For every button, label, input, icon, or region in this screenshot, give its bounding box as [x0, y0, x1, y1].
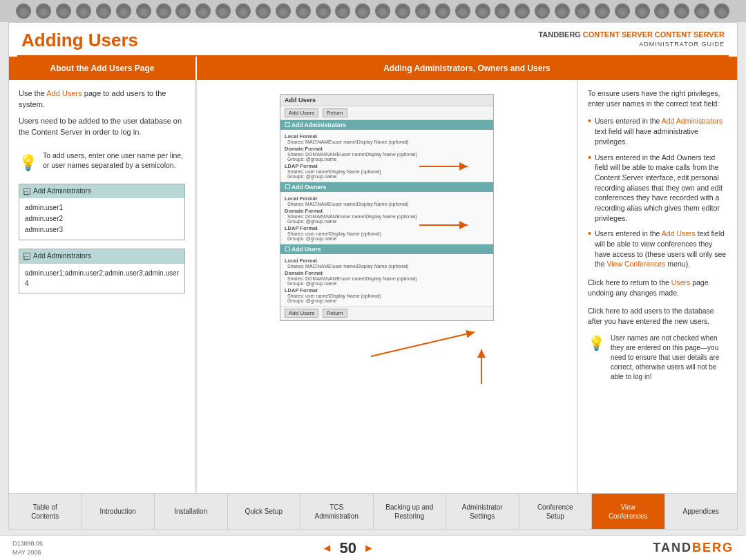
add-administrators-content: admin.user1admin.user2admin.user3	[19, 198, 184, 240]
add-administrators-link[interactable]: Add Administrators	[662, 117, 723, 125]
spiral-hole	[195, 3, 211, 19]
doc-number: D13898.06	[12, 540, 43, 547]
spiral-hole	[175, 3, 191, 19]
main-content: Adding Users TANDBERG CONTENT SERVER CON…	[8, 22, 738, 530]
nav-installation[interactable]: Installation	[155, 494, 228, 529]
footer: D13898.06 MAY 2008 ◄ 50 ► TANDBERG	[0, 535, 746, 560]
prev-page-arrow[interactable]: ◄	[322, 542, 333, 554]
page-title: Adding Users	[21, 30, 138, 51]
spiral-hole	[395, 3, 410, 19]
spiral-hole	[76, 3, 91, 19]
bullet-owners: • Users entered in the Add Owners text f…	[588, 153, 727, 224]
spiral-hole	[455, 3, 470, 19]
brand-main: TAND	[653, 541, 692, 554]
bullet-admins: • Users entered in the Add Administrator…	[588, 116, 727, 146]
intro-paragraph: Use the Add Users page to add users to t…	[19, 88, 185, 110]
ss-add-administrators: ☐ Add Administrators	[280, 120, 493, 130]
spiral-hole	[136, 3, 151, 19]
header: Adding Users TANDBERG CONTENT SERVER CON…	[9, 23, 737, 55]
add-users-link-right[interactable]: Add Users	[662, 229, 696, 238]
spiral-hole	[555, 3, 570, 19]
add-instructions: Click here to add users to the database …	[588, 306, 727, 327]
spiral-hole	[654, 3, 669, 19]
bullet-users: • Users entered in the Add Users text fi…	[588, 229, 727, 269]
ss-add-owners: ☐ Add Owners	[280, 182, 493, 192]
footer-page-nav: ◄ 50 ►	[322, 539, 374, 557]
bullet-users-text: Users entered in the Add Users text fiel…	[595, 229, 727, 269]
spiral-hole	[674, 3, 689, 19]
return-btn[interactable]: Return	[323, 108, 347, 117]
admin-users-list: admin.user1admin.user2admin.user3	[23, 201, 180, 237]
spiral-hole	[495, 3, 510, 19]
right-panel: To ensure users have the right privilege…	[578, 80, 737, 493]
spiral-hole	[316, 3, 331, 19]
return-btn-bottom[interactable]: Return	[323, 309, 347, 318]
screenshot-btn-row-bottom: Add Users Return	[280, 307, 493, 320]
next-page-arrow[interactable]: ►	[363, 542, 374, 554]
nav-backing-up[interactable]: Backing up andRestoring	[374, 494, 447, 529]
spiral-hole	[515, 3, 530, 19]
spiral-hole	[694, 3, 709, 19]
spiral-hole	[216, 3, 231, 19]
bottom-navigation: Table ofContents Introduction Installati…	[9, 493, 737, 529]
screenshot-btn-row: Add Users Return	[280, 106, 493, 120]
page-number: 50	[339, 539, 356, 557]
add-administrators-content2: admin.user1;admin.user2;admin.user3;admi…	[19, 264, 184, 293]
svg-line-2	[371, 332, 475, 356]
content-body: Use the Add Users page to add users to t…	[9, 80, 737, 493]
nav-view-conferences[interactable]: ViewConferences	[592, 494, 665, 529]
nav-table-of-contents[interactable]: Table ofContents	[9, 494, 82, 529]
tip-icon-left: 💡	[19, 152, 37, 174]
spiral-hole	[56, 3, 71, 19]
spiral-hole	[714, 3, 729, 19]
brand-content-server-text: CONTENT SERVER	[655, 30, 725, 39]
spiral-hole	[615, 3, 630, 19]
spiral-hole	[595, 3, 610, 19]
spiral-hole	[256, 3, 271, 19]
spiral-hole	[116, 3, 131, 19]
bullet-admins-text: Users entered in the Add Administrators …	[595, 116, 727, 146]
view-conferences-link[interactable]: View Conferences	[606, 260, 665, 268]
ss-owners-formats: Local Format Shares: MAC\NAME\user name\…	[280, 192, 493, 244]
bullet-dot-2: •	[588, 153, 591, 162]
tip-icon-right: 💡	[588, 334, 605, 354]
brand-tandberg: TANDBERG	[538, 30, 581, 39]
collapse-icon2[interactable]: □	[23, 253, 30, 260]
return-instructions: Click here to return to the Users page u…	[588, 278, 727, 298]
nav-appendices[interactable]: Appendices	[665, 494, 738, 529]
nav-tcs-administration[interactable]: TCSAdministration	[300, 494, 374, 529]
add-users-btn-bottom[interactable]: Add Users	[285, 309, 318, 318]
spiral-hole	[575, 3, 590, 19]
brand-content-server: CONTENT SERVER	[583, 30, 653, 39]
nav-quick-setup[interactable]: Quick Setup	[228, 494, 301, 529]
add-users-link[interactable]: Add Users	[46, 89, 82, 97]
add-administrators-label: Add Administrators	[33, 186, 91, 197]
users-link[interactable]: Users	[671, 278, 690, 287]
adding-admins-tab: Adding Administrators, Owners and Users	[197, 57, 737, 80]
footer-doc-info: D13898.06 MAY 2008	[12, 539, 43, 557]
tip-text-left: To add users, enter one user name per li…	[43, 151, 185, 171]
spiral-hole	[335, 3, 350, 19]
add-users-btn[interactable]: Add Users	[285, 108, 318, 117]
collapse-icon[interactable]: □	[23, 188, 30, 195]
admin-users-semicolon: admin.user1;admin.user2;admin.user3;admi…	[23, 267, 180, 290]
spiral-hole	[296, 3, 311, 19]
nav-introduction[interactable]: Introduction	[82, 494, 155, 529]
bullet-dot-3: •	[588, 229, 591, 238]
brand-orange: BERG	[692, 541, 734, 554]
ss-admin-formats: Local Format Shares: MAC\NAME\user name\…	[280, 130, 493, 182]
nav-administrator-settings[interactable]: AdministratorSettings	[446, 494, 519, 529]
nav-conference-setup[interactable]: ConferenceSetup	[519, 494, 593, 529]
spiral-hole	[475, 3, 490, 19]
add-administrators-header: □ Add Administrators	[19, 184, 184, 199]
ss-users-formats: Local Format Shares: MAC\NAME\user name\…	[280, 254, 493, 307]
add-administrators-header2: □ Add Administrators	[19, 249, 184, 264]
screenshot-title: Add Users	[280, 95, 493, 106]
ss-add-users: ☐ Add Users	[280, 244, 493, 254]
privileges-list: • Users entered in the Add Administrator…	[588, 116, 727, 269]
left-panel: Use the Add Users page to add users to t…	[9, 80, 195, 493]
brand-guide: ADMINISTRATOR GUIDE	[538, 40, 725, 49]
add-administrators-box2: □ Add Administrators admin.user1;admin.u…	[19, 249, 185, 293]
doc-date: MAY 2008	[12, 549, 41, 556]
spiral-hole	[16, 3, 31, 19]
